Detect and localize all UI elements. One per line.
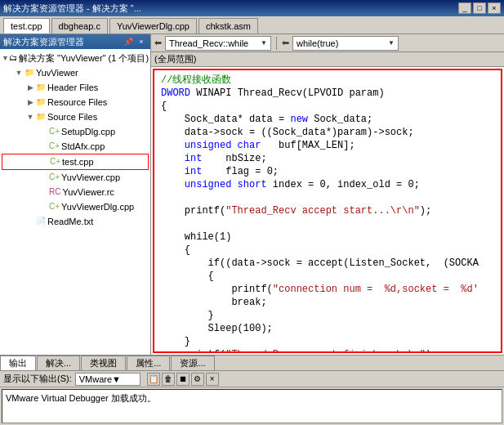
output-settings-button[interactable]: ⚙ bbox=[191, 373, 204, 386]
cpp-icon-yuvviewerdlg: C+ bbox=[49, 200, 60, 213]
panel-title-text: 解决方案资源管理器 bbox=[3, 36, 84, 48]
tree-file-setupdlg[interactable]: C+ SetupDlg.cpp bbox=[2, 124, 149, 139]
tree-source-files[interactable]: ▼ 📁 Source Files bbox=[2, 110, 149, 124]
output-source-dropdown[interactable]: VMware ▼ bbox=[75, 373, 140, 386]
scope-label: (全局范围) bbox=[154, 53, 196, 65]
editor-toolbar: ⬅ Thread_Recv::while ▼ ⬅ while(true) ▼ bbox=[151, 34, 504, 52]
tab-properties[interactable]: 属性... bbox=[127, 356, 170, 370]
setupdlg-label: SetupDlg.cpp bbox=[61, 125, 115, 138]
tab-chkstk[interactable]: chkstk.asm bbox=[198, 18, 258, 34]
readme-label: ReadMe.txt bbox=[47, 215, 93, 228]
tree-file-testcpp[interactable]: C+ test.cpp bbox=[2, 154, 149, 170]
code-highlight-border: //线程接收函数 DWORD WINAPI Thread_Recv(LPVOID… bbox=[153, 69, 502, 353]
toggle-setupdlg bbox=[38, 126, 49, 137]
scope-dropdown-label: while(true) bbox=[297, 38, 338, 48]
title-bar-text: 解决方案资源管理器 - 解决方案 "... bbox=[3, 2, 141, 15]
solution-explorer-title: 解决方案资源管理器 📌 × bbox=[0, 34, 150, 49]
tree-file-readme[interactable]: 📄 ReadMe.txt bbox=[2, 214, 149, 229]
main-container: test.cpp dbgheap.c YuvViewerDlg.cpp chks… bbox=[0, 16, 504, 425]
output-stop-button[interactable]: ⏹ bbox=[176, 373, 190, 386]
output-dropdown-arrow-icon: ▼ bbox=[112, 374, 121, 384]
tab-output[interactable]: 输出 bbox=[0, 356, 36, 370]
tab-label-chkstk: chkstk.asm bbox=[206, 21, 251, 31]
tree-header-files[interactable]: ▶ 📁 Header Files bbox=[2, 80, 149, 95]
toggle-source-files[interactable]: ▼ bbox=[25, 111, 36, 123]
code-editor[interactable]: //线程接收函数 DWORD WINAPI Thread_Recv(LPVOID… bbox=[154, 70, 501, 351]
output-show-label: 显示以下输出(S): bbox=[3, 373, 72, 385]
solution-label: 解决方案 "YuvViewer" (1 个项目) bbox=[19, 51, 149, 65]
right-panel: ⬅ Thread_Recv::while ▼ ⬅ while(true) ▼ (… bbox=[151, 34, 504, 355]
cpp-icon-yuvviewer: C+ bbox=[49, 171, 60, 184]
toggle-readme bbox=[25, 216, 36, 227]
tab-solution[interactable]: 解决... bbox=[37, 356, 80, 370]
panel-close-button[interactable]: × bbox=[136, 37, 147, 47]
minimize-button[interactable]: _ bbox=[458, 2, 471, 14]
tree-file-yuvviewerdlg-cpp[interactable]: C+ YuvViewerDlg.cpp bbox=[2, 199, 149, 214]
folder-icon-resource: 📁 bbox=[36, 96, 46, 109]
tab-class-view[interactable]: 类视图 bbox=[81, 356, 126, 370]
content-area: 解决方案资源管理器 📌 × ▼ 🗂 解决方案 "YuvViewer" (1 个项… bbox=[0, 34, 504, 355]
maximize-button[interactable]: □ bbox=[473, 2, 486, 14]
project-label: YuvViewer bbox=[36, 66, 78, 79]
yuvviewerdlg-cpp-label: YuvViewerDlg.cpp bbox=[61, 200, 134, 213]
tab-properties-label: 属性... bbox=[136, 357, 161, 369]
solution-icon: 🗂 bbox=[9, 51, 17, 65]
title-bar-buttons[interactable]: _ □ × bbox=[458, 2, 501, 14]
source-files-label: Source Files bbox=[47, 110, 97, 123]
tree-file-stdafx[interactable]: C+ StdAfx.cpp bbox=[2, 139, 149, 154]
toggle-stdafx bbox=[38, 141, 49, 152]
tab-label-test-cpp: test.cpp bbox=[11, 21, 42, 31]
output-close-button[interactable]: × bbox=[206, 373, 219, 386]
tab-class-label: 类视图 bbox=[90, 357, 117, 369]
toggle-header-files[interactable]: ▶ bbox=[25, 82, 36, 93]
close-button[interactable]: × bbox=[488, 2, 501, 14]
cpp-icon-stdafx: C+ bbox=[49, 140, 60, 153]
panel-controls[interactable]: 📌 × bbox=[123, 37, 147, 47]
toggle-solution[interactable]: ▼ bbox=[2, 52, 9, 64]
output-clear-button[interactable]: 🗑 bbox=[162, 373, 175, 386]
tree-project-yuvviewer[interactable]: ▼ 📁 YuvViewer bbox=[2, 65, 149, 80]
resource-files-label: Resource Files bbox=[47, 96, 107, 109]
tab-label-dbgheap: dbgheap.c bbox=[59, 21, 100, 31]
tab-yuvviewerdlg[interactable]: YuvViewerDlg.cpp bbox=[109, 18, 197, 34]
back-icon[interactable]: ⬅ bbox=[154, 38, 162, 48]
tree-resource-files[interactable]: ▶ 📁 Resource Files bbox=[2, 95, 149, 110]
tab-resources[interactable]: 资源... bbox=[171, 356, 214, 370]
stdafx-label: StdAfx.cpp bbox=[61, 140, 105, 153]
scope-bar: (全局范围) bbox=[151, 52, 504, 67]
yuvviewer-cpp-label: YuvViewer.cpp bbox=[61, 171, 120, 184]
forward-icon[interactable]: ⬅ bbox=[282, 38, 289, 48]
tab-label-yuvviewerdlg: YuvViewerDlg.cpp bbox=[117, 21, 190, 31]
tab-resources-label: 资源... bbox=[180, 357, 205, 369]
output-source-label: VMware bbox=[79, 374, 112, 384]
app-title: 解决方案资源管理器 - 解决方案 "... bbox=[3, 2, 141, 15]
rc-icon-yuvviewer: RC bbox=[49, 186, 60, 199]
yuvviewer-rc-label: YuvViewer.rc bbox=[62, 186, 114, 199]
toggle-yuvviewer-rc bbox=[38, 186, 49, 198]
toggle-yuvviewer-cpp bbox=[38, 172, 49, 183]
tab-dbgheap[interactable]: dbgheap.c bbox=[51, 18, 108, 34]
function-dropdown[interactable]: Thread_Recv::while ▼ bbox=[165, 36, 271, 51]
header-files-label: Header Files bbox=[47, 81, 98, 94]
tree-file-yuvviewer-rc[interactable]: RC YuvViewer.rc bbox=[2, 185, 149, 199]
bottom-tab-bar: 输出 解决... 类视图 属性... 资源... bbox=[0, 356, 504, 371]
output-copy-button[interactable]: 📋 bbox=[147, 373, 160, 386]
scope-dropdown[interactable]: while(true) ▼ bbox=[292, 36, 399, 51]
output-line-1: VMware Virtual Debugger 加载成功。 bbox=[6, 391, 498, 405]
folder-icon-header: 📁 bbox=[36, 81, 46, 94]
file-tab-bar: test.cpp dbgheap.c YuvViewerDlg.cpp chks… bbox=[0, 16, 504, 34]
solution-tree[interactable]: ▼ 🗂 解决方案 "YuvViewer" (1 个项目) ▼ 📁 YuvView… bbox=[0, 49, 150, 355]
toggle-testcpp bbox=[38, 156, 50, 168]
cpp-icon-setupdlg: C+ bbox=[49, 125, 60, 138]
toggle-project[interactable]: ▼ bbox=[13, 67, 25, 78]
folder-icon-source: 📁 bbox=[36, 110, 46, 123]
panel-pin-button[interactable]: 📌 bbox=[123, 37, 134, 47]
function-dropdown-label: Thread_Recv::while bbox=[169, 38, 248, 48]
tree-solution-root[interactable]: ▼ 🗂 解决方案 "YuvViewer" (1 个项目) bbox=[2, 51, 149, 65]
output-bar: 显示以下输出(S): VMware ▼ 📋 🗑 ⏹ ⚙ × bbox=[0, 371, 504, 387]
testcpp-label: test.cpp bbox=[62, 155, 94, 168]
tree-file-yuvviewer-cpp[interactable]: C+ YuvViewer.cpp bbox=[2, 170, 149, 185]
code-area-wrapper: //线程接收函数 DWORD WINAPI Thread_Recv(LPVOID… bbox=[151, 67, 504, 355]
toggle-resource-files[interactable]: ▶ bbox=[25, 96, 36, 108]
tab-test-cpp[interactable]: test.cpp bbox=[3, 18, 50, 34]
